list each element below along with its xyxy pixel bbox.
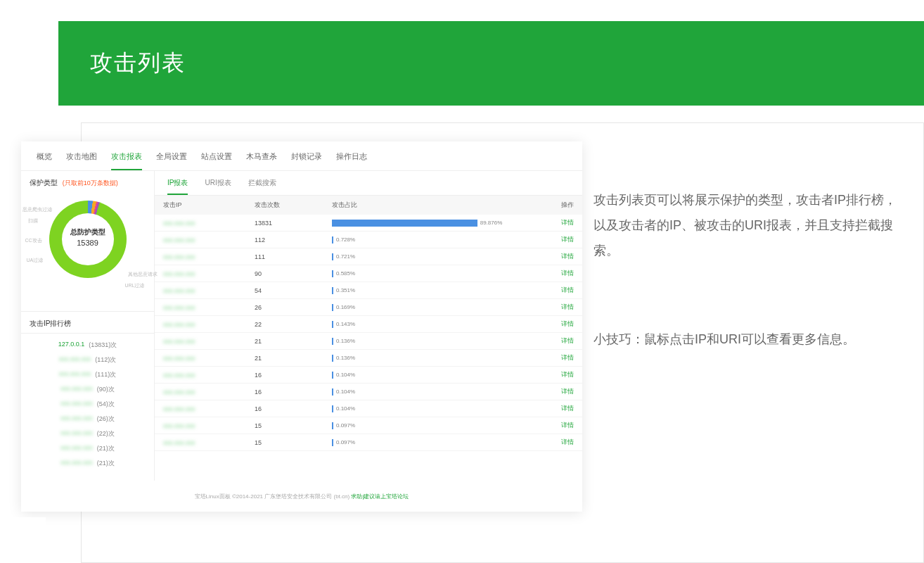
- ratio-cell: 0.104%: [323, 400, 547, 417]
- detail-link[interactable]: 详情: [561, 371, 574, 378]
- ratio-cell: 0.097%: [323, 434, 547, 451]
- count-cell: 15: [246, 417, 323, 434]
- page-header: 攻击列表: [58, 21, 924, 106]
- ip-cell[interactable]: xxx.xxx.xxx: [155, 282, 246, 299]
- ip-cell[interactable]: xxx.xxx.xxx: [155, 299, 246, 316]
- sub-tab-0[interactable]: IP报表: [167, 178, 188, 195]
- action-cell: 详情: [547, 248, 582, 265]
- count-cell: 13831: [246, 215, 323, 232]
- detail-link[interactable]: 详情: [561, 422, 574, 429]
- count-cell: 16: [246, 367, 323, 384]
- table-header: 攻击IP: [155, 196, 246, 215]
- ip-cell[interactable]: xxx.xxx.xxx: [155, 400, 246, 417]
- table-row: xxx.xxx.xxx160.104%详情: [155, 367, 582, 384]
- detail-link[interactable]: 详情: [561, 320, 574, 327]
- top-tab-5[interactable]: 木马查杀: [246, 151, 277, 170]
- count-cell: 111: [246, 248, 323, 265]
- rank-item[interactable]: xxx.xxx.xxx(26)次: [21, 412, 154, 426]
- sub-tab-1[interactable]: URI报表: [205, 178, 231, 195]
- ip-cell[interactable]: xxx.xxx.xxx: [155, 350, 246, 367]
- table-row: xxx.xxx.xxx1120.728%详情: [155, 232, 582, 248]
- ratio-cell: 0.728%: [323, 232, 547, 248]
- decorative-notch-top: [13, 21, 46, 106]
- legend-item: 其他恶意请求: [128, 271, 158, 278]
- detail-link[interactable]: 详情: [561, 388, 574, 395]
- ip-cell[interactable]: xxx.xxx.xxx: [155, 417, 246, 434]
- footer-link[interactable]: 求助|建议请上宝塔论坛: [351, 493, 409, 500]
- table-header: 攻击次数: [246, 196, 323, 215]
- ratio-cell: 89.876%: [323, 215, 547, 232]
- ip-cell[interactable]: xxx.xxx.xxx: [155, 384, 246, 400]
- ratio-cell: 0.136%: [323, 333, 547, 350]
- top-tab-1[interactable]: 攻击地图: [66, 151, 97, 170]
- detail-link[interactable]: 详情: [561, 236, 574, 243]
- ip-cell[interactable]: xxx.xxx.xxx: [155, 215, 246, 232]
- description-2: 小技巧：鼠标点击IP和URI可以查看更多信息。: [593, 327, 899, 352]
- top-tab-4[interactable]: 站点设置: [201, 151, 232, 170]
- top-tab-6[interactable]: 封锁记录: [291, 151, 322, 170]
- ip-cell[interactable]: xxx.xxx.xxx: [155, 232, 246, 248]
- ip-cell[interactable]: xxx.xxx.xxx: [155, 316, 246, 333]
- top-tab-0[interactable]: 概览: [37, 151, 52, 170]
- detail-link[interactable]: 详情: [561, 303, 574, 310]
- ratio-cell: 0.136%: [323, 350, 547, 367]
- top-tab-3[interactable]: 全局设置: [156, 151, 187, 170]
- detail-link[interactable]: 详情: [561, 219, 574, 226]
- rank-item[interactable]: xxx.xxx.xxx(111)次: [21, 367, 154, 382]
- table-row: xxx.xxx.xxx150.097%详情: [155, 417, 582, 434]
- ratio-cell: 0.143%: [323, 316, 547, 333]
- count-cell: 22: [246, 316, 323, 333]
- decorative-notch-bottom: [13, 517, 46, 556]
- legend-item: 扫描: [28, 217, 38, 224]
- action-cell: 详情: [547, 316, 582, 333]
- ip-cell[interactable]: xxx.xxx.xxx: [155, 265, 246, 282]
- ip-cell[interactable]: xxx.xxx.xxx: [155, 367, 246, 384]
- rank-title: 攻击IP排行榜: [21, 319, 154, 334]
- action-cell: 详情: [547, 384, 582, 400]
- rank-item[interactable]: xxx.xxx.xxx(90)次: [21, 382, 154, 397]
- count-cell: 21: [246, 350, 323, 367]
- rank-item[interactable]: xxx.xxx.xxx(22)次: [21, 426, 154, 441]
- count-cell: 112: [246, 232, 323, 248]
- action-cell: 详情: [547, 400, 582, 417]
- ip-cell[interactable]: xxx.xxx.xxx: [155, 333, 246, 350]
- sub-tab-2[interactable]: 拦截搜索: [248, 178, 276, 195]
- table-row: xxx.xxx.xxx1110.721%详情: [155, 248, 582, 265]
- page-title: 攻击列表: [90, 48, 186, 79]
- detail-link[interactable]: 详情: [561, 337, 574, 344]
- rank-item[interactable]: xxx.xxx.xxx(21)次: [21, 456, 154, 471]
- top-tab-7[interactable]: 操作日志: [336, 151, 367, 170]
- table-row: xxx.xxx.xxx210.136%详情: [155, 333, 582, 350]
- detail-link[interactable]: 详情: [561, 405, 574, 412]
- table-row: xxx.xxx.xxx1383189.876%详情: [155, 215, 582, 232]
- rank-item[interactable]: xxx.xxx.xxx(54)次: [21, 397, 154, 412]
- top-tab-bar: 概览攻击地图攻击报表全局设置站点设置木马查杀封锁记录操作日志: [21, 141, 582, 171]
- ip-cell[interactable]: xxx.xxx.xxx: [155, 434, 246, 451]
- rank-item[interactable]: xxx.xxx.xxx(112)次: [21, 353, 154, 367]
- ratio-cell: 0.721%: [323, 248, 547, 265]
- ip-cell[interactable]: xxx.xxx.xxx: [155, 248, 246, 265]
- legend-item: UA过滤: [27, 257, 44, 264]
- table-header: 操作: [547, 196, 582, 215]
- detail-link[interactable]: 详情: [561, 270, 574, 277]
- detail-link[interactable]: 详情: [561, 354, 574, 361]
- detail-link[interactable]: 详情: [561, 253, 574, 260]
- detail-link[interactable]: 详情: [561, 438, 574, 445]
- dashboard-screenshot: 概览攻击地图攻击报表全局设置站点设置木马查杀封锁记录操作日志 保护类型 (只取前…: [21, 141, 582, 512]
- table-row: xxx.xxx.xxx160.104%详情: [155, 384, 582, 400]
- top-tab-2[interactable]: 攻击报表: [111, 151, 142, 170]
- count-cell: 15: [246, 434, 323, 451]
- donut-center-label: 总防护类型 15389: [49, 227, 127, 247]
- table-row: xxx.xxx.xxx150.097%详情: [155, 434, 582, 451]
- rank-item[interactable]: 127.0.0.1(13831)次: [21, 338, 154, 353]
- rank-item[interactable]: xxx.xxx.xxx(21)次: [21, 441, 154, 456]
- ratio-cell: 0.585%: [323, 265, 547, 282]
- action-cell: 详情: [547, 333, 582, 350]
- table-row: xxx.xxx.xxx260.169%详情: [155, 299, 582, 316]
- count-cell: 54: [246, 282, 323, 299]
- table-header: 攻击占比: [323, 196, 547, 215]
- detail-link[interactable]: 详情: [561, 286, 574, 293]
- table-row: xxx.xxx.xxx540.351%详情: [155, 282, 582, 299]
- table-row: xxx.xxx.xxx210.136%详情: [155, 350, 582, 367]
- table-row: xxx.xxx.xxx220.143%详情: [155, 316, 582, 333]
